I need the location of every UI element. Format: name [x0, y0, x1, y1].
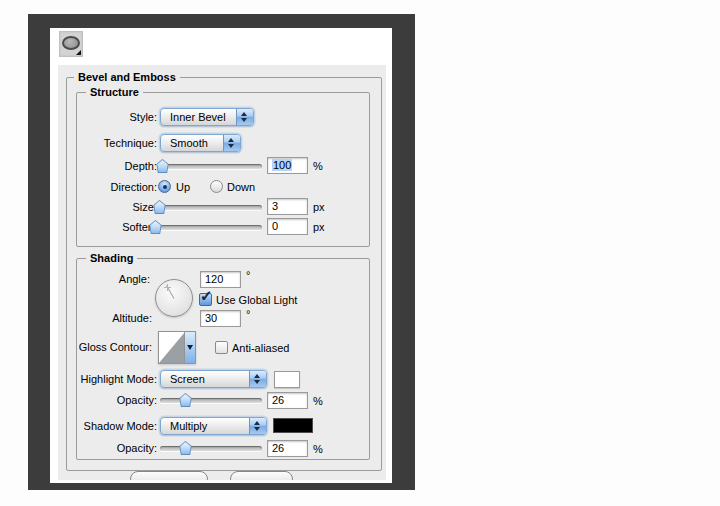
dialog-bottom-button[interactable]	[230, 471, 293, 480]
highlight-opacity-field[interactable]: 26	[267, 392, 308, 409]
popup-stepper-icon	[223, 135, 240, 151]
shadow-mode-popup[interactable]: Multiply	[160, 417, 267, 435]
altitude-value: 30	[205, 312, 217, 324]
highlight-opacity-value: 26	[272, 394, 284, 406]
altitude-field[interactable]: 30	[200, 310, 241, 327]
shadow-opacity-label: Opacity:	[62, 442, 157, 454]
popup-stepper-icon	[249, 418, 266, 434]
altitude-label: Altitude:	[58, 312, 152, 324]
soften-unit: px	[313, 221, 325, 233]
gloss-contour-picker[interactable]	[158, 331, 196, 364]
highlight-mode-label: Highlight Mode:	[62, 373, 157, 385]
size-slider-track[interactable]	[160, 205, 262, 210]
depth-label: Depth:	[62, 160, 157, 172]
angle-field[interactable]: 120	[200, 271, 241, 288]
highlight-opacity-slider-track[interactable]	[160, 398, 262, 403]
technique-label: Technique:	[62, 137, 157, 149]
highlight-mode-value: Screen	[170, 373, 205, 385]
shadow-color-swatch[interactable]	[273, 418, 313, 433]
anti-aliased-checkbox[interactable]	[215, 341, 228, 354]
use-global-light-label: Use Global Light	[216, 294, 297, 306]
shadow-opacity-slider-track[interactable]	[160, 446, 262, 451]
direction-label: Direction:	[62, 181, 157, 193]
dialog-title: Bevel and Emboss	[74, 71, 180, 83]
size-value: 3	[272, 200, 278, 212]
technique-popup[interactable]: Smooth	[160, 134, 241, 152]
highlight-mode-popup[interactable]: Screen	[160, 370, 267, 388]
depth-slider-track[interactable]	[160, 164, 262, 169]
ellipse-tool-button[interactable]	[59, 31, 83, 57]
shadow-mode-value: Multiply	[170, 420, 207, 432]
angle-label: Angle:	[58, 273, 150, 285]
soften-field[interactable]: 0	[267, 218, 308, 235]
shading-legend: Shading	[86, 252, 137, 264]
size-unit: px	[313, 201, 325, 213]
technique-popup-value: Smooth	[170, 137, 208, 149]
size-field[interactable]: 3	[267, 198, 308, 215]
popup-stepper-icon	[236, 109, 253, 125]
use-global-light-checkbox[interactable]	[199, 293, 212, 306]
style-popup[interactable]: Inner Bevel	[160, 108, 254, 126]
shadow-opacity-field[interactable]: 26	[267, 440, 308, 457]
direction-up-radio[interactable]	[158, 180, 171, 193]
shadow-mode-label: Shadow Mode:	[62, 420, 157, 432]
anti-aliased-label: Anti-aliased	[232, 342, 289, 354]
gloss-contour-thumbnail	[159, 332, 185, 363]
angle-value: 120	[205, 273, 223, 285]
structure-legend: Structure	[86, 86, 143, 98]
highlight-opacity-unit: %	[313, 395, 323, 407]
flyout-triangle-icon	[76, 50, 81, 55]
direction-down-label: Down	[227, 181, 255, 193]
dialog-bottom-button[interactable]	[130, 471, 208, 480]
angle-dial-crosshair-icon	[164, 284, 171, 291]
soften-label: Soften:	[62, 221, 157, 233]
depth-unit: %	[313, 160, 323, 172]
soften-slider-track[interactable]	[160, 225, 262, 230]
angle-unit: °	[246, 269, 250, 281]
screen: Bevel and Emboss Structure Style: Inner …	[0, 0, 720, 506]
contour-dropdown-arrow-icon	[184, 332, 195, 363]
depth-value: 100	[272, 159, 292, 171]
shadow-opacity-value: 26	[272, 442, 284, 454]
altitude-unit: °	[246, 308, 250, 320]
layer-style-dialog: Bevel and Emboss Structure Style: Inner …	[58, 65, 386, 480]
highlight-color-swatch[interactable]	[274, 371, 300, 388]
gloss-contour-label: Gloss Contour:	[58, 341, 152, 353]
size-label: Size:	[62, 201, 157, 213]
style-popup-value: Inner Bevel	[170, 111, 226, 123]
direction-down-radio[interactable]	[210, 180, 223, 193]
style-label: Style:	[62, 111, 157, 123]
ellipse-tool-icon	[62, 36, 80, 50]
popup-stepper-icon	[249, 371, 266, 387]
direction-up-label: Up	[176, 181, 190, 193]
angle-dial[interactable]	[155, 279, 193, 317]
soften-value: 0	[272, 220, 278, 232]
highlight-opacity-label: Opacity:	[62, 394, 157, 406]
shadow-opacity-unit: %	[313, 443, 323, 455]
depth-field[interactable]: 100	[267, 157, 308, 174]
